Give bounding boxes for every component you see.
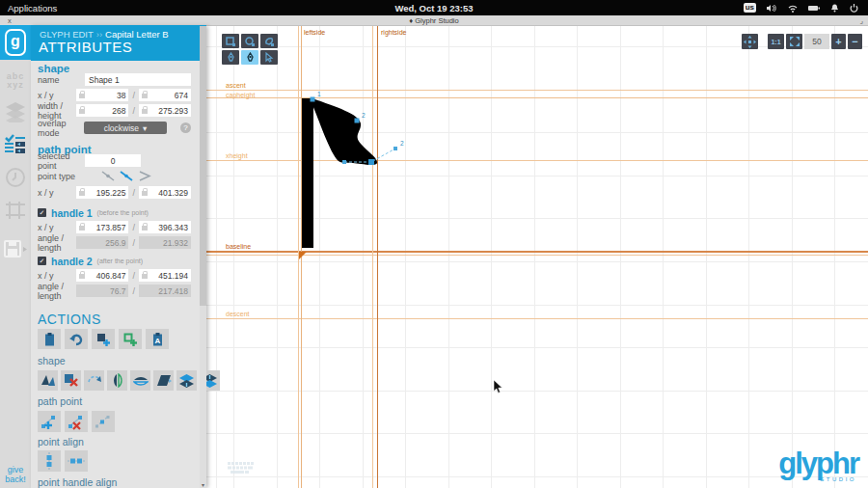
lock-icon[interactable]	[142, 274, 148, 279]
system-tray: us	[744, 3, 858, 13]
lock-icon[interactable]	[79, 226, 85, 230]
delete-shape-button[interactable]	[61, 370, 81, 391]
selected-point-input[interactable]: 0	[85, 154, 141, 167]
path-add-point-tool[interactable]	[222, 50, 239, 65]
shape-edit-arrow-tool[interactable]	[260, 50, 278, 65]
window-resize-icon[interactable]: ⌟	[859, 16, 863, 25]
new-oval-tool[interactable]	[241, 34, 258, 48]
shape-height-input[interactable]: 275.293	[139, 104, 191, 117]
history-icon[interactable]	[0, 167, 31, 188]
glyph-bowl[interactable]	[312, 98, 377, 165]
point-y-input[interactable]: 401.329	[139, 186, 191, 199]
help-icon[interactable]: ?	[180, 122, 191, 133]
volume-icon[interactable]	[767, 4, 777, 13]
kerning-icon[interactable]	[0, 200, 31, 221]
clock[interactable]: Wed, Oct 19 23:53	[0, 3, 868, 14]
move-shape-up-button[interactable]	[176, 370, 197, 391]
handle1-y-input[interactable]: 396.343	[139, 221, 191, 233]
glyph-outline[interactable]: 1 2 2	[206, 26, 868, 488]
rotate-shape-button[interactable]	[84, 370, 104, 391]
zoom-1to1-button[interactable]: 1:1	[768, 34, 784, 49]
lock-icon[interactable]	[142, 191, 148, 196]
handle2-control[interactable]	[393, 147, 397, 150]
new-rectangle-tool[interactable]	[222, 34, 239, 48]
handle2-checkbox[interactable]: ✓	[38, 257, 46, 265]
path-point-subheading: path point	[38, 395, 82, 407]
attributes-panel: GLYPH EDIT››Capital Letter B ATTRIBUTES …	[31, 26, 206, 488]
shape-name-input[interactable]: Shape 1	[85, 73, 191, 86]
keyboard-layout-indicator[interactable]: us	[744, 3, 756, 13]
handle1-angle-value: 256.9	[76, 236, 128, 249]
lock-icon[interactable]	[142, 109, 148, 114]
paste-shape-button[interactable]	[38, 329, 61, 349]
overlap-mode-select[interactable]: clockwise▾	[84, 122, 167, 134]
glyph-edit-canvas[interactable]: leftside rightside ascent capheight xhei…	[206, 26, 868, 488]
glyphr-logo-tile[interactable]: g	[0, 25, 31, 60]
handle2-y-input[interactable]: 451.194	[139, 269, 191, 282]
shape-x-input[interactable]: 38	[76, 89, 128, 101]
lock-icon[interactable]	[79, 94, 85, 98]
point-xy-label: x / y	[38, 188, 76, 198]
lock-icon[interactable]	[142, 226, 148, 230]
attributes-panel-icon[interactable]	[0, 134, 31, 155]
path-point-2[interactable]	[355, 119, 360, 123]
handle1-checkbox[interactable]: ✓	[38, 208, 46, 217]
flip-shape-button[interactable]	[38, 370, 58, 391]
handle1-title: handle 1	[51, 207, 93, 219]
panel-header: GLYPH EDIT››Capital Letter B ATTRIBUTES	[31, 25, 206, 61]
align-points-horizontal-button[interactable]	[65, 450, 88, 472]
zoom-in-button[interactable]: +	[831, 34, 846, 49]
overlap-mode-label: overlap mode	[38, 119, 84, 138]
glyph-chooser-icon[interactable]: abcxyz	[0, 72, 31, 90]
handle2-x-input[interactable]: 406.847	[76, 269, 128, 282]
delete-path-point-button[interactable]	[65, 411, 88, 432]
panel-scrollbar-thumb[interactable]	[200, 26, 206, 306]
lock-icon[interactable]	[79, 191, 85, 196]
handle2-length-value: 217.418	[139, 285, 191, 297]
add-shape-button[interactable]	[92, 329, 115, 349]
zoom-out-button[interactable]: −	[848, 34, 862, 49]
point-align-subheading: point align	[38, 436, 84, 447]
panel-scrollbar[interactable]: ▾	[200, 26, 206, 488]
glyph-stem[interactable]	[302, 98, 313, 248]
point-type-symmetric-button[interactable]	[100, 170, 116, 182]
path-edit-tool-selected[interactable]	[241, 50, 258, 65]
undo-button[interactable]	[65, 329, 88, 349]
flip-horizontal-button[interactable]	[107, 370, 127, 391]
handle2-hint: (after the point)	[97, 258, 143, 264]
handle1-control[interactable]	[342, 160, 346, 164]
scrollbar-down-arrow[interactable]: ▾	[200, 481, 206, 488]
align-points-vertical-button[interactable]	[38, 450, 61, 472]
point-type-corner-button[interactable]	[137, 170, 152, 182]
zoom-fit-button[interactable]	[786, 34, 802, 49]
battery-icon[interactable]	[808, 5, 820, 12]
point-type-flat-button[interactable]	[119, 170, 134, 182]
shape-width-input[interactable]: 268	[76, 104, 128, 117]
zoom-level-value[interactable]: 50	[804, 34, 829, 49]
shape-y-input[interactable]: 674	[139, 89, 191, 101]
lock-icon[interactable]	[79, 274, 85, 279]
lock-icon[interactable]	[79, 109, 85, 114]
point-x-input[interactable]: 195.225	[76, 186, 128, 199]
new-path-tool[interactable]	[260, 34, 278, 48]
svg-text:A: A	[154, 337, 160, 345]
network-icon[interactable]	[788, 4, 798, 13]
tool-palette	[222, 34, 278, 65]
lock-icon[interactable]	[142, 94, 148, 98]
path-point-1[interactable]	[311, 97, 315, 102]
add-path-button[interactable]	[119, 329, 142, 349]
layers-icon[interactable]	[0, 101, 31, 122]
selected-path-point[interactable]	[368, 159, 374, 165]
flip-vertical-button[interactable]	[130, 370, 150, 391]
shear-shape-button[interactable]	[153, 370, 174, 391]
save-export-icon[interactable]	[0, 240, 31, 259]
insert-path-point-button[interactable]	[38, 411, 61, 432]
point-handle-align-subheading: point handle align	[38, 476, 117, 488]
notifications-bell-icon[interactable]	[830, 4, 839, 13]
give-back-link[interactable]: giveback!	[0, 465, 31, 484]
handle1-x-input[interactable]: 173.857	[76, 221, 128, 233]
paste-shape-attributes-button[interactable]: A	[146, 329, 169, 349]
power-icon[interactable]	[850, 4, 858, 13]
pan-tool[interactable]	[742, 34, 758, 49]
reset-point-handles-button[interactable]	[92, 411, 115, 432]
